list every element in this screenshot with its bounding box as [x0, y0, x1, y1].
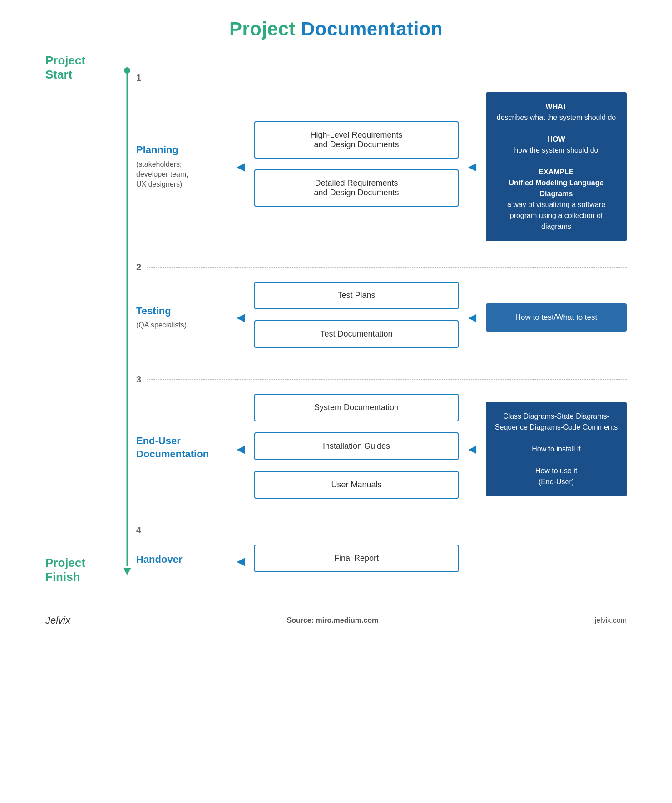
info-box-2: How to test/What to test: [486, 303, 627, 332]
phase-4-arrow: ◄: [227, 554, 254, 569]
section-4: 4 Handover ◄ Final Report ◄: [136, 515, 627, 589]
section-3-divider: [147, 379, 627, 380]
section-4-content: Handover ◄ Final Report ◄: [136, 540, 627, 589]
section-3-header: 3: [136, 364, 627, 389]
phase-2-label: Testing: [136, 305, 220, 318]
title-prefix: Project: [229, 18, 301, 40]
phase-4-label-area: Handover: [136, 553, 227, 569]
section-1: 1 Planning (stakeholders;developer team;…: [136, 63, 627, 252]
phase-2-docs: Test Plans Test Documentation: [254, 282, 459, 353]
info-1-example-label: EXAMPLEUnified Modeling Language Diagram…: [509, 168, 604, 198]
info-1-what-text: describes what the system should do: [497, 114, 616, 121]
side-labels-column: ProjectStart ProjectFinish: [45, 63, 118, 589]
footer-url-text: jelvix.com: [595, 616, 627, 624]
phase-3-label: End-UserDocumentation: [136, 435, 220, 461]
timeline-dot-start: [124, 67, 130, 74]
section-2-number: 2: [136, 262, 141, 273]
section-1-divider: [147, 78, 627, 78]
info-box-3: Class Diagrams-State Diagrams-Sequence D…: [486, 402, 627, 496]
phase-1-label-area: Planning (stakeholders;developer team;UX…: [136, 144, 227, 190]
timeline-column: [118, 63, 136, 589]
info-1-what-label: WHAT: [546, 103, 567, 110]
info-1-example-text: a way of visualizing a software program …: [507, 201, 605, 230]
project-finish-label: ProjectFinish: [45, 556, 118, 584]
section-1-header: 1: [136, 63, 627, 88]
phase-2-info: How to test/What to test: [486, 303, 627, 332]
footer-logo: Jelvix: [45, 615, 70, 626]
phase-4-label: Handover: [136, 553, 220, 566]
info-box-1: WHAT describes what the system should do…: [486, 92, 627, 241]
section-4-number: 4: [136, 525, 141, 535]
footer-logo-text: Jelvix: [45, 615, 70, 626]
phase-1-arrow-right: ◄: [459, 159, 486, 174]
info-1-how-label: HOW: [547, 135, 565, 143]
doc-box-2-1: Test Plans: [254, 282, 459, 309]
footer-source-value: miro.medium.com: [316, 616, 379, 624]
phase-4-docs: Final Report: [254, 545, 459, 578]
phase-3-docs: System Documentation Installation Guides…: [254, 394, 459, 504]
info-3-class-text: Class Diagrams-State Diagrams-Sequence D…: [495, 412, 618, 431]
section-1-content: Planning (stakeholders;developer team;UX…: [136, 88, 627, 252]
doc-box-4-1: Final Report: [254, 545, 459, 572]
phase-1-info: WHAT describes what the system should do…: [486, 92, 627, 241]
phase-3-info: Class Diagrams-State Diagrams-Sequence D…: [486, 402, 627, 496]
section-4-divider: [147, 530, 627, 530]
phase-2-arrow-right: ◄: [459, 310, 486, 325]
section-2-header: 2: [136, 252, 627, 277]
footer-source-label: Source:: [287, 616, 314, 624]
section-2-divider: [147, 267, 627, 268]
section-1-number: 1: [136, 73, 141, 83]
doc-box-2-2: Test Documentation: [254, 320, 459, 348]
timeline-line: [127, 70, 128, 566]
phase-1-sublabel: (stakeholders;developer team;UX designer…: [136, 159, 220, 190]
phase-1-docs: High-Level Requirementsand Design Docume…: [254, 121, 459, 212]
section-3-content: End-UserDocumentation ◄ System Documenta…: [136, 389, 627, 515]
footer: Jelvix Source: miro.medium.com jelvix.co…: [45, 607, 627, 626]
section-2-content: Testing (QA specialists) ◄ Test Plans Te…: [136, 277, 627, 364]
phase-1-label: Planning: [136, 144, 220, 157]
info-1-how-text: how the system should do: [514, 146, 598, 154]
doc-box-3-2: Installation Guides: [254, 432, 459, 460]
info-3-install-text: How to install it: [532, 445, 581, 453]
phase-3-label-area: End-UserDocumentation: [136, 435, 227, 463]
phase-3-arrow: ◄: [227, 441, 254, 457]
footer-url: jelvix.com: [595, 616, 627, 625]
section-2: 2 Testing (QA specialists) ◄ Test Plans …: [136, 252, 627, 364]
section-3-number: 3: [136, 374, 141, 385]
phase-2-sublabel: (QA specialists): [136, 320, 220, 330]
doc-box-1-2: Detailed Requirementsand Design Document…: [254, 169, 459, 207]
phase-1-arrow: ◄: [227, 159, 254, 174]
doc-box-3-3: User Manuals: [254, 471, 459, 499]
timeline-arrow: [123, 568, 131, 575]
doc-box-1-1: High-Level Requirementsand Design Docume…: [254, 121, 459, 159]
phase-3-arrow-right: ◄: [459, 441, 486, 457]
title-highlight: Documentation: [301, 18, 443, 40]
info-2-text: How to test/What to test: [515, 313, 597, 322]
section-3: 3 End-UserDocumentation ◄ System Documen…: [136, 364, 627, 515]
footer-source: Source: miro.medium.com: [287, 616, 378, 625]
doc-box-3-1: System Documentation: [254, 394, 459, 421]
section-4-header: 4: [136, 515, 627, 540]
main-content: 1 Planning (stakeholders;developer team;…: [136, 63, 627, 589]
phase-2-arrow: ◄: [227, 310, 254, 325]
info-3-use-text: How to use it(End-User): [535, 467, 577, 486]
phase-2-label-area: Testing (QA specialists): [136, 305, 227, 331]
page-title: Project Documentation: [229, 18, 443, 40]
